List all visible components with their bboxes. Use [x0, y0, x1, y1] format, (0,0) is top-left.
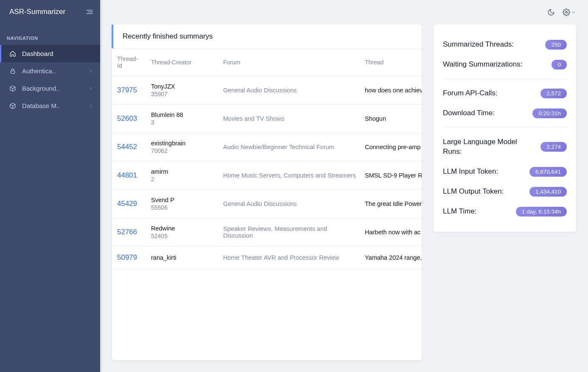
stat-row: Summarized Threads:250	[443, 35, 567, 55]
stat-label: Download Time:	[443, 108, 532, 118]
creator-sub: 2	[151, 176, 212, 183]
sidebar: ASR-Summarizer NAVIGATION DashboardAuthe…	[0, 0, 100, 372]
svg-point-4	[566, 11, 568, 14]
stat-label: LLM Input Token:	[443, 167, 529, 177]
stat-badge: 250	[545, 40, 567, 50]
stat-row: LLM Input Token:6,870,641	[443, 162, 567, 182]
thread-title: Yamaha 2024 range,	[361, 247, 422, 269]
cube-icon	[9, 103, 17, 109]
app-title: ASR-Summarizer	[9, 8, 65, 16]
chevron-right-icon	[88, 86, 93, 91]
settings-dropdown[interactable]	[563, 8, 576, 16]
thread-title: SMSL SD-9 Player Re	[361, 161, 422, 190]
table-row: 52766Redwine52405Speaker Reviews, Measur…	[112, 218, 422, 247]
nav-label: Background..	[22, 85, 88, 92]
nav-label: Database M..	[22, 102, 88, 109]
forum-cell: General Audio Discussions	[216, 190, 361, 218]
chevron-right-icon	[88, 103, 93, 108]
col-thread-creator[interactable]: Thread-Creator	[147, 49, 216, 76]
stat-label: LLM Time:	[443, 207, 516, 217]
thread-title: Shogun	[361, 105, 422, 133]
forum-cell: General Audio Discussions	[216, 76, 361, 105]
thread-id-link[interactable]: 52603	[117, 114, 137, 122]
svg-rect-3	[11, 71, 14, 73]
sidebar-item-background-[interactable]: Background..	[0, 80, 100, 97]
forum-cell: Audio Newbie/Beginner Technical Forum	[216, 133, 361, 161]
creator-name: amirm	[151, 168, 212, 175]
sidebar-item-dashboard[interactable]: Dashboard	[0, 45, 100, 62]
creator-name: rana_kirti	[151, 254, 212, 261]
card-title-row: Recently finished summarys	[112, 25, 422, 48]
chevron-right-icon	[88, 69, 93, 74]
table-row: 45429Svend P55506General Audio Discussio…	[112, 190, 422, 218]
col-thread-id[interactable]: Thread-Id	[112, 49, 147, 76]
stat-row: Waiting Summarizations:0	[443, 55, 567, 75]
nav-section-label: NAVIGATION	[0, 24, 100, 45]
summaries-table: Thread-Id Thread-Creator Forum Thread 37…	[112, 48, 422, 269]
creator-sub: 52405	[151, 233, 212, 239]
creator-name: Svend P	[151, 197, 212, 203]
forum-cell: Speaker Reviews, Measurements and Discus…	[216, 218, 361, 247]
creator-name: Blumlein 88	[151, 111, 212, 118]
creator-name: existingbrain	[151, 140, 212, 147]
stat-label: Summarized Threads:	[443, 40, 545, 50]
thread-id-link[interactable]: 52766	[117, 228, 137, 236]
creator-name: TonyJZX	[151, 83, 212, 90]
sidebar-toggle-icon[interactable]	[86, 9, 93, 15]
stat-row: Large Language Model Runs:2,274	[443, 132, 567, 162]
forum-cell: Movies and TV Shows	[216, 105, 361, 133]
stat-badge: 2,274	[540, 142, 567, 152]
thread-id-link[interactable]: 37975	[117, 86, 137, 94]
stat-row: Forum API-Calls:2,572	[443, 83, 567, 103]
theme-toggle-icon[interactable]	[547, 8, 555, 16]
sidebar-item-authentica-[interactable]: Authentica..	[0, 62, 100, 80]
sidebar-item-database-m-[interactable]: Database M..	[0, 97, 100, 114]
lock-icon	[9, 68, 17, 75]
col-thread[interactable]: Thread	[361, 49, 422, 76]
main: Recently finished summarys Thread-Id Thr…	[100, 0, 588, 372]
thread-title: how does one achiev	[361, 76, 422, 105]
stat-row: Download Time:0:20:31h	[443, 103, 567, 123]
stat-label: LLM Output Token:	[443, 187, 529, 197]
forum-cell: Home Theater AVR and Processor Review	[216, 247, 361, 269]
stat-badge: 6,870,641	[529, 167, 567, 177]
sidebar-header: ASR-Summarizer	[0, 0, 100, 24]
table-row: 37975TonyJZX35907General Audio Discussio…	[112, 76, 422, 105]
creator-sub: 35907	[151, 91, 212, 97]
cube-icon	[9, 85, 17, 92]
recent-summaries-card: Recently finished summarys Thread-Id Thr…	[112, 25, 422, 360]
thread-id-link[interactable]: 44801	[117, 171, 137, 179]
stat-label: Forum API-Calls:	[443, 89, 540, 98]
stat-badge: 2,572	[540, 89, 567, 98]
creator-sub: 3	[151, 119, 212, 126]
home-icon	[9, 50, 17, 57]
col-forum[interactable]: Forum	[216, 49, 361, 76]
stat-label: Large Language Model Runs:	[443, 137, 540, 157]
stat-row: LLM Time:1 day, 6:15:34h	[443, 202, 567, 222]
stat-badge: 0	[552, 60, 567, 69]
content: Recently finished summarys Thread-Id Thr…	[100, 25, 588, 372]
creator-sub: 70062	[151, 147, 212, 154]
forum-cell: Home Music Servers, Computers and Stream…	[216, 161, 361, 190]
stat-badge: 0:20:31h	[532, 108, 567, 118]
stat-badge: 1,434,410	[529, 187, 567, 197]
thread-title: Harbeth now with ac	[361, 218, 422, 247]
thread-title: Connecting pre-amp	[361, 133, 422, 161]
stats-card: Summarized Threads:250Waiting Summarizat…	[434, 25, 576, 232]
card-title: Recently finished summarys	[123, 32, 412, 41]
thread-id-link[interactable]: 45429	[117, 200, 137, 208]
table-row: 44801amirm2Home Music Servers, Computers…	[112, 161, 422, 190]
stat-row: LLM Output Token:1,434,410	[443, 182, 567, 202]
table-row: 52603Blumlein 883Movies and TV ShowsShog…	[112, 105, 422, 133]
creator-sub: 55506	[151, 204, 212, 211]
thread-title: The great Idle Power	[361, 190, 422, 218]
thread-id-link[interactable]: 50979	[117, 253, 137, 261]
creator-name: Redwine	[151, 225, 212, 232]
table-row: 54452existingbrain70062Audio Newbie/Begi…	[112, 133, 422, 161]
stat-badge: 1 day, 6:15:34h	[516, 207, 567, 217]
table-row: 50979rana_kirtiHome Theater AVR and Proc…	[112, 247, 422, 269]
stat-label: Waiting Summarizations:	[443, 60, 552, 69]
nav-label: Authentica..	[22, 67, 88, 75]
thread-id-link[interactable]: 54452	[117, 143, 137, 151]
topbar	[100, 0, 588, 25]
